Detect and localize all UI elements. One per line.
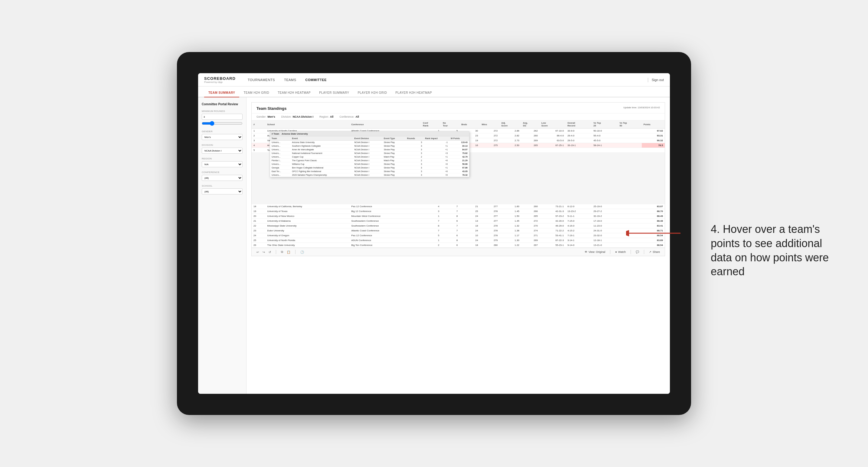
region-filter: Region: All <box>319 115 334 118</box>
main-content: Committee Portal Review Minimum Rounds G… <box>198 97 670 394</box>
table-wrapper: # School Conference ConfRank NoTour Bnds… <box>252 120 665 256</box>
refresh-icon[interactable]: ↺ <box>269 250 271 254</box>
table-row[interactable]: 18 University of California, Berkeley Pa… <box>252 204 665 209</box>
tooltip-popup: # Team Arizona State University Team Eve… <box>270 131 469 177</box>
division-select[interactable]: NCAA Division I <box>202 148 243 154</box>
tooltip-row: East Ter... OFCC Fighting Illini Invitat… <box>270 170 469 173</box>
col-overall: OverallRecord <box>565 120 592 129</box>
report-header: Team Standings Update time: 13/03/2024 1… <box>252 102 665 114</box>
min-rounds-slider[interactable] <box>202 121 243 126</box>
sidebar-division: Division NCAA Division I <box>202 144 243 154</box>
subnav-team-summary[interactable]: TEAM SUMMARY <box>204 89 239 97</box>
region-label: Region <box>202 157 243 160</box>
table-row[interactable]: 25 University of North Florida ASUN Conf… <box>252 238 665 243</box>
redo-icon[interactable]: ↪ <box>262 250 265 254</box>
table-header-row: # School Conference ConfRank NoTour Bnds… <box>252 120 665 129</box>
col-vs50: Vs Top50 <box>618 120 642 129</box>
tooltip-row: Univers... 2023 Sahalee Players Champion… <box>270 173 469 177</box>
tooltip-col-wpoints: W Points <box>449 136 469 141</box>
table-row[interactable]: 26 The Ohio State University Big Ten Con… <box>252 243 665 248</box>
table-row[interactable]: 23 Duke University Atlantic Coast Confer… <box>252 228 665 233</box>
tablet-frame: SCOREBOARD Powered by clipp TOURNAMENTS … <box>177 52 691 415</box>
share-icon: ↗ <box>649 250 651 253</box>
region-select[interactable]: N/A <box>202 161 243 167</box>
clock-icon[interactable]: 🕐 <box>300 250 304 254</box>
watch-button[interactable]: ● Watch <box>615 250 626 253</box>
tooltip-row: Univers... National Invitational Tournam… <box>270 152 469 155</box>
comment-button[interactable]: 💬 <box>636 250 639 253</box>
col-school: School <box>266 120 350 129</box>
tooltip-row: Florida I... The Cypress Point Classic N… <box>270 159 469 162</box>
share-label: Share <box>653 250 660 253</box>
subnav-player-h2h-heatmap[interactable]: PLAYER H2H HEATMAP <box>391 89 436 97</box>
subnav-team-h2h-heatmap[interactable]: TEAM H2H HEATMAP <box>273 89 315 97</box>
table-row[interactable]: 24 University of Oregon Pac-12 Conferenc… <box>252 233 665 238</box>
copy-icon[interactable]: ⧉ <box>281 250 283 254</box>
top-nav: SCOREBOARD Powered by clipp TOURNAMENTS … <box>198 73 670 87</box>
table-row[interactable]: 19 University of Texas Big 12 Conference… <box>252 209 665 214</box>
tooltip-row: Univers... Williams Cup NCAA Division I … <box>270 162 469 166</box>
tooltip-row: Univers... Amer Air Intercollegiate NCAA… <box>270 148 469 152</box>
share-button[interactable]: ↗ Share <box>649 250 660 253</box>
sub-nav: TEAM SUMMARY TEAM H2H GRID TEAM H2H HEAT… <box>198 87 670 97</box>
subnav-player-h2h-grid[interactable]: PLAYER H2H GRID <box>353 89 391 97</box>
nav-teams[interactable]: TEAMS <box>284 77 296 83</box>
subnav-player-summary[interactable]: PLAYER SUMMARY <box>315 89 353 97</box>
report-title: Team Standings <box>256 106 286 111</box>
col-low-score: LowScore <box>539 120 565 129</box>
logo: SCOREBOARD Powered by clipp <box>204 76 236 84</box>
logo-text: SCOREBOARD <box>204 76 236 81</box>
paste-icon[interactable]: 📋 <box>287 250 290 254</box>
update-time: Update time: 13/03/2024 10:03:42 <box>623 106 660 111</box>
filters-bar: Gender: Men's Division: NCAA Division I … <box>252 114 665 120</box>
tooltip-col-rounds: Rounds <box>406 136 424 141</box>
table-row[interactable]: 20 University of New Mexico Mountain Wes… <box>252 214 665 219</box>
tooltip-col-type: Event Type <box>382 136 406 141</box>
sidebar-min-rounds: Minimum Rounds <box>202 110 243 126</box>
toolbar-sep-5 <box>644 250 644 254</box>
sign-out-button[interactable]: Sign out <box>652 78 664 82</box>
conference-filter-label: Conference: <box>339 115 354 118</box>
logo-subtitle: Powered by clipp <box>204 81 236 84</box>
school-select[interactable]: (All) <box>202 188 243 194</box>
toolbar-sep-2 <box>295 250 296 254</box>
col-conference: Conference <box>349 120 421 129</box>
school-label: School <box>202 185 243 187</box>
col-avg-sg: Avg.SG <box>521 120 539 129</box>
tooltip-inner-table: Team Event Event Division Event Type Rou… <box>270 136 469 177</box>
tooltip-col-team: Team <box>270 136 291 141</box>
main-nav: TOURNAMENTS TEAMS COMMITTEE <box>248 77 648 83</box>
comment-icon: 💬 <box>636 250 639 253</box>
sidebar-region: Region N/A <box>202 157 243 167</box>
view-button[interactable]: 👁 View: Original <box>585 250 605 253</box>
nav-committee[interactable]: COMMITTEE <box>306 77 327 83</box>
tooltip-row: Univers... Copper Cup NCAA Division I Ma… <box>270 155 469 159</box>
col-wins: Wins <box>480 120 499 129</box>
toolbar-sep-3 <box>610 250 610 254</box>
gender-filter: Gender: Men's <box>256 115 275 118</box>
sidebar-conference: Conference (All) <box>202 171 243 181</box>
col-points: Points <box>642 120 665 129</box>
gender-filter-value: Men's <box>268 115 275 118</box>
gender-label: Gender <box>202 130 243 133</box>
nav-tournaments[interactable]: TOURNAMENTS <box>248 77 275 83</box>
toolbar-sep-4 <box>630 250 631 254</box>
nav-divider: | <box>647 77 648 83</box>
conference-select[interactable]: (All) <box>202 175 243 181</box>
view-label: View: Original <box>589 250 605 253</box>
col-rank: # <box>252 120 266 129</box>
subnav-team-h2h-grid[interactable]: TEAM H2H GRID <box>239 89 273 97</box>
col-conf-rank: ConfRank <box>421 120 441 129</box>
gender-select[interactable]: Men's <box>202 134 243 140</box>
view-icon: 👁 <box>585 250 587 253</box>
gender-filter-label: Gender: <box>256 115 267 118</box>
tooltip-header: # Team Arizona State University <box>270 131 469 136</box>
min-rounds-input[interactable] <box>202 114 243 120</box>
table-row[interactable]: 22 Mississippi State University Southeas… <box>252 223 665 228</box>
bottom-toolbar: ↩ ↪ ↺ ⧉ 📋 🕐 👁 View: Original <box>252 248 665 256</box>
undo-icon[interactable]: ↩ <box>256 250 259 254</box>
tooltip-row: Univers... Southern Highlands Collegiate… <box>270 144 469 148</box>
table-row[interactable]: 21 University of Alabama Southeastern Co… <box>252 219 665 223</box>
table-row: # Team Arizona State University Team Eve… <box>252 153 665 204</box>
tooltip-col-rank-impact: Rank Impact <box>424 136 449 141</box>
